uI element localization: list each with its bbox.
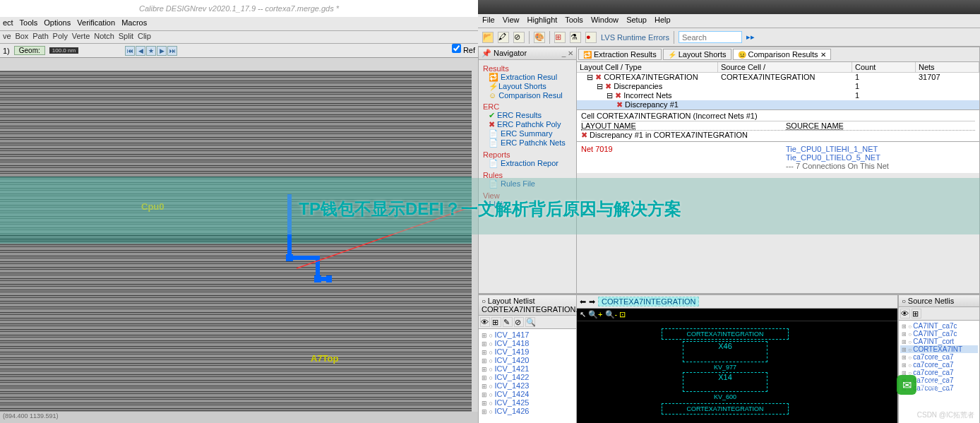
menu-tools[interactable]: Tools <box>20 18 38 27</box>
list-item[interactable]: ICV_1425 <box>480 398 575 407</box>
sch-back-icon[interactable]: ⬅ <box>580 297 586 306</box>
list-item[interactable]: ICV_1423 <box>480 381 575 390</box>
detail-discrepancy-row[interactable]: Discrepancy #1 in CORTEXA7INTEGRATION <box>581 131 975 140</box>
tb-path[interactable]: Path <box>32 32 49 40</box>
tb-ve[interactable]: ve <box>3 32 11 40</box>
search-input[interactable] <box>679 31 742 43</box>
nav-rules-file[interactable]: 📄 Rules File <box>483 179 572 189</box>
zoom-in-icon[interactable]: 🔍+ <box>588 310 602 318</box>
tb-clip[interactable]: Clip <box>138 32 151 40</box>
menu-file[interactable]: File <box>482 16 495 24</box>
nav-info[interactable]: ℹ Info <box>483 200 572 209</box>
src-net-1[interactable]: Tie_CPU0_LTIEHI_1_NET <box>786 145 889 153</box>
menu-options[interactable]: Options <box>44 18 71 27</box>
sch-x46-box[interactable]: X46 <box>683 341 767 362</box>
menu-macros[interactable]: Macros <box>121 18 147 27</box>
nl-find-icon[interactable]: 🔍 <box>525 317 535 327</box>
menu-highlight[interactable]: Highlight <box>527 16 558 24</box>
list-item[interactable]: CORTEXA7INT <box>900 345 978 353</box>
list-item[interactable]: ICV_1418 <box>480 339 575 347</box>
nav-comparison-results[interactable]: Comparison Resul <box>483 91 572 100</box>
list-item[interactable]: ICV_1421 <box>480 364 575 373</box>
nav-erc-results[interactable]: ERC Results <box>483 111 572 120</box>
pin-icon[interactable]: 📌 <box>482 49 491 57</box>
nav-last-icon[interactable]: ⏭ <box>167 46 177 56</box>
geom-button[interactable]: Geom: <box>14 46 45 55</box>
close-icon[interactable]: _ ✕ <box>562 49 573 57</box>
list-item[interactable]: CA7INT_cort <box>900 338 978 345</box>
nav-erc-summary[interactable]: 📄 ERC Summary <box>483 129 572 138</box>
tab-comparison-results[interactable]: 😐 Comparison Results ✕ <box>733 49 831 60</box>
menu-verification[interactable]: Verification <box>77 18 115 27</box>
zoom-fit-icon[interactable]: ⊡ <box>619 310 626 318</box>
hdr-layout-cell[interactable]: Layout Cell / Type <box>577 62 718 72</box>
ref-checkbox[interactable]: Ref <box>452 44 475 54</box>
nav-prev-icon[interactable]: ◀ <box>136 46 145 56</box>
menu-ect[interactable]: ect <box>3 18 13 27</box>
list-item[interactable]: CA7INT_ca7c <box>900 330 978 338</box>
navigator-tree[interactable]: Results 🔁 Extraction Resul Layout Shorts… <box>479 60 576 293</box>
zoom-out-icon[interactable]: 🔍- <box>605 310 618 318</box>
menu-tools2[interactable]: Tools <box>565 16 583 24</box>
clear-icon[interactable]: ⊘ <box>513 32 525 43</box>
schematic-canvas[interactable]: CORTEXA7INTEGRATION X46 KV_977 X14 KV_60… <box>577 321 897 423</box>
palette-icon[interactable]: 🎨 <box>534 32 545 43</box>
nav-first-icon[interactable]: ⏮ <box>125 46 135 56</box>
layout-canvas[interactable]: Cpu0 A7Top <box>0 71 472 417</box>
stop-icon[interactable]: ● <box>585 32 597 43</box>
tb-verte[interactable]: Verte <box>72 32 90 40</box>
src-icon1[interactable]: 👁 <box>900 309 910 318</box>
tree-row[interactable]: ⊟ CORTEXA7INTEGRATIONCORTEXA7INTEGRATION… <box>577 73 979 82</box>
list-item[interactable]: ICV_1424 <box>480 390 575 398</box>
list-item[interactable]: ICV_1420 <box>480 356 575 364</box>
list-item[interactable]: ICV_1422 <box>480 373 575 381</box>
lvs-runtime-label[interactable]: LVS Runtime Errors <box>601 33 669 42</box>
schematic-path[interactable]: CORTEXA7INTEGRATION <box>598 297 699 306</box>
menu-view[interactable]: View <box>503 16 520 24</box>
nl-icon4[interactable]: ⊘ <box>514 317 524 327</box>
nav-star-icon[interactable]: ★ <box>146 46 156 56</box>
netlist-list[interactable]: ICV_1417ICV_1418ICV_1419ICV_1420ICV_1421… <box>479 329 576 423</box>
list-item[interactable]: CA7INT_ca7c <box>900 322 978 330</box>
nav-extraction-report[interactable]: 📄 Extraction Repor <box>483 159 572 168</box>
tb-box[interactable]: Box <box>15 32 28 40</box>
tree-icon[interactable]: ⊞ <box>554 32 566 43</box>
nl-icon3[interactable]: ✎ <box>503 317 513 327</box>
discrepancy-tree[interactable]: Layout Cell / Type Source Cell / Count N… <box>577 62 979 110</box>
hdr-nets[interactable]: Nets <box>916 62 979 72</box>
highlight-icon[interactable]: 🖍 <box>498 32 509 43</box>
tb-split[interactable]: Split <box>119 32 133 40</box>
nl-icon1[interactable]: 👁 <box>480 317 490 327</box>
hdr-source-cell[interactable]: Source Cell / <box>718 62 852 72</box>
nav-extraction-results[interactable]: 🔁 Extraction Resul <box>483 73 572 82</box>
filter-icon[interactable]: ⚗ <box>570 32 581 43</box>
nl-icon2[interactable]: ⊞ <box>491 317 501 327</box>
src-net-2[interactable]: Tie_CPU0_LTIELO_5_NET <box>786 153 889 162</box>
list-item[interactable]: ICV_1417 <box>480 330 575 339</box>
sch-x14-box[interactable]: X14 <box>683 372 767 392</box>
tree-row[interactable]: ⊟ Incorrect Nets1 <box>577 91 979 100</box>
tab-layout-shorts[interactable]: ⚡ Layout Shorts <box>663 49 731 60</box>
tree-row[interactable]: Discrepancy #1 <box>577 100 979 109</box>
src-icon2[interactable]: ⊞ <box>912 309 921 318</box>
list-item[interactable]: ICV_1419 <box>480 347 575 356</box>
net-number[interactable]: Net 7019 <box>581 145 786 170</box>
hdr-count[interactable]: Count <box>852 62 916 72</box>
tree-row[interactable]: ⊟ Discrepancies1 <box>577 82 979 91</box>
list-item[interactable]: ICV_1426 <box>480 407 575 415</box>
menu-window[interactable]: Window <box>591 16 619 24</box>
cursor-icon[interactable]: ↖ <box>580 310 586 318</box>
list-item[interactable]: ca7core_ca7 <box>900 361 978 369</box>
nav-next-icon[interactable]: ▶ <box>157 46 167 56</box>
open-icon[interactable]: 📂 <box>482 32 494 43</box>
sch-fwd-icon[interactable]: ➡ <box>589 297 595 306</box>
nav-layout-shorts[interactable]: Layout Shorts <box>483 82 572 91</box>
nav-erc-pathchk-nets[interactable]: 📄 ERC Pathchk Nets <box>483 138 572 148</box>
tab-extraction-results[interactable]: 🔁 Extraction Results <box>578 49 662 60</box>
tb-poly[interactable]: Poly <box>53 32 68 40</box>
source-netlist-list[interactable]: CA7INT_ca7cCA7INT_ca7cCA7INT_cortCORTEXA… <box>899 321 979 423</box>
menu-help[interactable]: Help <box>655 16 671 24</box>
nav-erc-pathchk-poly[interactable]: ERC Pathchk Poly <box>483 120 572 129</box>
list-item[interactable]: ca7core_ca7 <box>900 353 978 361</box>
search-go-icon[interactable]: ▸▸ <box>746 32 755 42</box>
